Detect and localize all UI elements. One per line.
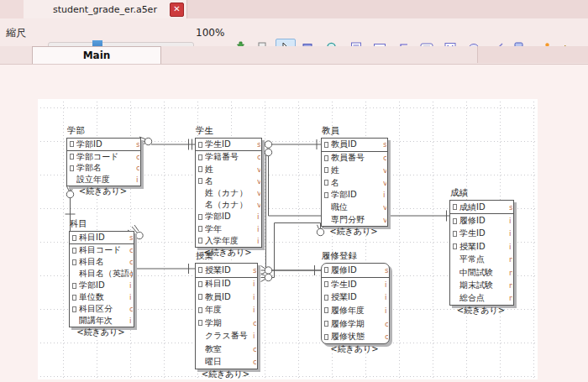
attribute-row: 学期c [196, 317, 257, 330]
attribute-label: 成績ID [459, 201, 486, 213]
attribute-row: 中間試験n [450, 266, 513, 279]
attribute-label: 専門分野 [331, 214, 365, 226]
type-fragment: v [383, 166, 386, 175]
app-window: 学部学部IDs学部コードc学部名c設立年度i<続きあり>学生学生IDs学籍番号c… [0, 0, 588, 382]
not-null-bullet [324, 155, 328, 161]
attribute-label: 教員ID [331, 139, 357, 150]
attribute-label: 学生ID [459, 228, 486, 239]
attribute-row: 設立年度i [67, 174, 140, 186]
not-null-bullet [324, 295, 328, 301]
entity-kamoku[interactable]: 科目IDs科目コードc科目名c科目名（英語）c学部IDi単位数i科目区分c開講年… [69, 231, 134, 327]
type-fragment: i [257, 225, 260, 233]
type-fragment: i [257, 237, 260, 245]
attribute-label: 名（カナ） [205, 199, 247, 211]
type-fragment: i [385, 280, 388, 289]
entity-kyoin[interactable]: 教員IDs教員番号c姓v名v学部IDi職位v専門分野v [321, 138, 388, 227]
attribute-row: 履修状態c [322, 330, 389, 343]
not-null-bullet [198, 281, 202, 287]
not-null-bullet [198, 267, 202, 273]
attribute-label: 学部名 [76, 163, 102, 175]
attribute-row: 学部IDi [322, 189, 387, 201]
attribute-row: 成績IDs [450, 201, 513, 214]
type-fragment: c [136, 164, 139, 172]
attribute-label: 教員番号 [331, 152, 365, 164]
attribute-label: 教員ID [205, 291, 231, 303]
type-fragment: i [509, 243, 512, 251]
type-fragment: i [509, 229, 512, 238]
type-fragment: c [257, 153, 260, 161]
attribute-label: 姓（カナ） [205, 187, 247, 199]
attribute-row: 科目IDs [70, 232, 134, 244]
tab-main[interactable]: Main [32, 46, 161, 64]
type-fragment: c [253, 345, 256, 353]
not-null-bullet [453, 204, 457, 210]
not-null-bullet [198, 142, 202, 148]
entity-jugyo[interactable]: 授業IDs科目IDi教員IDi年度i学期cクラス番号i教室c曜日c [195, 263, 258, 369]
type-fragment: c [253, 319, 256, 327]
entity-risyu[interactable]: 履修IDs学生IDi授業IDi履修年度i履修学期c履修状態c [321, 263, 390, 344]
not-null-bullet [453, 218, 457, 224]
attribute-row: 教員IDs [322, 139, 387, 152]
type-fragment: i [129, 293, 133, 301]
attribute-row: 科目名（英語）c [70, 268, 134, 280]
file-tab-title: student_grade_er.a5er [53, 4, 157, 15]
not-null-bullet [198, 178, 202, 184]
attribute-label: 履修ID [459, 215, 486, 227]
attribute-label: 学部コード [76, 151, 118, 163]
type-fragment: i [136, 175, 139, 184]
attribute-row: 姓v [322, 164, 387, 176]
type-fragment: n [509, 255, 512, 264]
attribute-row: クラス番号i [196, 330, 257, 343]
entity-gakubu[interactable]: 学部IDs学部コードc学部名c設立年度i [66, 138, 141, 186]
attribute-row: 授業IDi [450, 240, 513, 253]
not-null-bullet [72, 248, 76, 254]
attribute-row: 総合点n [450, 292, 513, 305]
type-fragment: i [257, 212, 260, 221]
type-fragment: n [509, 269, 512, 277]
type-fragment: v [257, 189, 260, 197]
not-null-bullet [324, 192, 328, 198]
attribute-row: 学部IDs [67, 139, 140, 151]
type-fragment: v [383, 203, 386, 212]
not-null-bullet [72, 283, 76, 289]
attribute-row: 曜日c [196, 356, 257, 369]
type-fragment: i [385, 306, 388, 315]
attribute-row: 学年i [196, 223, 261, 235]
not-null-bullet [198, 307, 202, 313]
attribute-label: 中間試験 [459, 267, 493, 279]
attribute-label: 年度 [205, 304, 222, 316]
not-null-bullet [324, 267, 328, 273]
close-file-icon[interactable]: ✕ [170, 3, 184, 17]
not-null-bullet [324, 281, 328, 287]
type-fragment: n [509, 294, 512, 302]
attribute-label: 名 [205, 175, 213, 187]
not-null-bullet [70, 154, 74, 160]
attribute-row: 教員IDi [196, 290, 257, 304]
attribute-row: 姓v [196, 163, 261, 175]
type-fragment: c [129, 269, 133, 278]
not-null-bullet [198, 294, 202, 300]
type-fragment: s [136, 140, 139, 149]
attribute-label: 科目コード [79, 244, 121, 256]
not-null-bullet [324, 167, 328, 173]
not-null-bullet [72, 235, 76, 241]
type-fragment: i [253, 280, 256, 288]
attribute-row: 履修IDs [322, 264, 389, 278]
attribute-label: 期末試験 [459, 280, 493, 291]
type-fragment: v [257, 165, 260, 174]
type-fragment: c [129, 246, 133, 254]
file-tab[interactable]: student_grade_er.a5er [24, 0, 187, 18]
attribute-label: 履修ID [331, 264, 357, 276]
attribute-label: 入学年度 [205, 235, 239, 247]
entity-seiseki[interactable]: 成績IDs履修IDi学生IDi授業IDi平常点n中間試験n期末試験n総合点n [449, 200, 514, 306]
attribute-row: 履修学期c [322, 317, 389, 331]
not-null-bullet [72, 259, 76, 265]
attribute-label: 開講年次 [79, 315, 113, 327]
type-fragment: s [253, 266, 256, 275]
type-fragment: c [253, 358, 256, 366]
attribute-label: 授業ID [331, 291, 357, 303]
not-null-bullet [72, 295, 76, 301]
attribute-label: 科目名（英語） [79, 268, 134, 280]
entity-gakusei[interactable]: 学生IDs学籍番号c姓v名v姓（カナ）v名（カナ）v学部IDi学年i入学年度i [195, 138, 262, 248]
type-fragment: v [257, 201, 260, 209]
